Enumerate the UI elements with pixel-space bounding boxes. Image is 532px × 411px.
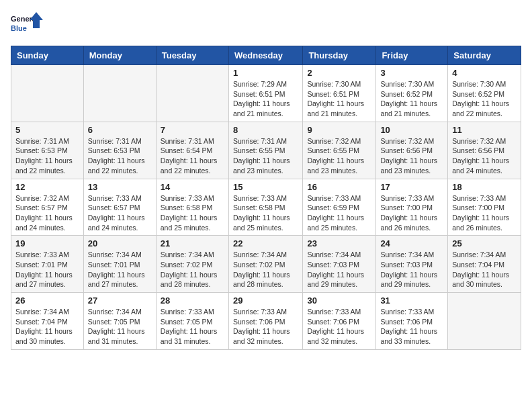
calendar-cell: 23Sunrise: 7:34 AMSunset: 7:03 PMDayligh… xyxy=(303,236,376,293)
calendar-header-row: SundayMondayTuesdayWednesdayThursdayFrid… xyxy=(11,46,521,65)
day-number: 27 xyxy=(88,295,152,306)
calendar-cell: 5Sunrise: 7:31 AMSunset: 6:53 PMDaylight… xyxy=(11,122,84,179)
day-info: Sunrise: 7:32 AMSunset: 6:56 PMDaylight:… xyxy=(452,136,517,176)
day-number: 4 xyxy=(452,68,517,78)
day-number: 25 xyxy=(452,238,517,248)
calendar-week-3: 12Sunrise: 7:32 AMSunset: 6:57 PMDayligh… xyxy=(11,179,521,236)
day-number: 7 xyxy=(161,125,224,135)
calendar-week-2: 5Sunrise: 7:31 AMSunset: 6:53 PMDaylight… xyxy=(11,122,521,179)
calendar: SundayMondayTuesdayWednesdayThursdayFrid… xyxy=(11,46,521,350)
calendar-cell: 19Sunrise: 7:33 AMSunset: 7:01 PMDayligh… xyxy=(11,236,84,293)
calendar-cell: 24Sunrise: 7:34 AMSunset: 7:03 PMDayligh… xyxy=(376,236,448,293)
day-info: Sunrise: 7:34 AMSunset: 7:04 PMDaylight:… xyxy=(15,307,79,347)
day-header-thursday: Thursday xyxy=(303,46,376,65)
day-number: 12 xyxy=(15,182,79,192)
calendar-cell: 12Sunrise: 7:32 AMSunset: 6:57 PMDayligh… xyxy=(11,179,84,236)
day-info: Sunrise: 7:33 AMSunset: 7:06 PMDaylight:… xyxy=(233,307,298,347)
day-number: 6 xyxy=(88,125,152,135)
day-number: 31 xyxy=(380,295,443,306)
calendar-cell: 6Sunrise: 7:31 AMSunset: 6:53 PMDaylight… xyxy=(83,122,156,179)
calendar-week-1: 1Sunrise: 7:29 AMSunset: 6:51 PMDaylight… xyxy=(11,65,521,122)
day-info: Sunrise: 7:34 AMSunset: 7:05 PMDaylight:… xyxy=(88,307,152,347)
day-number: 16 xyxy=(307,182,371,192)
day-number: 22 xyxy=(233,238,298,248)
day-header-wednesday: Wednesday xyxy=(228,46,302,65)
day-info: Sunrise: 7:31 AMSunset: 6:54 PMDaylight:… xyxy=(161,136,224,176)
calendar-cell: 7Sunrise: 7:31 AMSunset: 6:54 PMDaylight… xyxy=(156,122,228,179)
day-info: Sunrise: 7:31 AMSunset: 6:53 PMDaylight:… xyxy=(15,136,79,176)
day-number: 10 xyxy=(380,125,443,135)
day-info: Sunrise: 7:34 AMSunset: 7:02 PMDaylight:… xyxy=(161,250,224,289)
calendar-cell: 4Sunrise: 7:30 AMSunset: 6:52 PMDaylight… xyxy=(448,65,521,122)
day-info: Sunrise: 7:30 AMSunset: 6:51 PMDaylight:… xyxy=(307,79,371,119)
day-number: 11 xyxy=(452,125,517,135)
day-info: Sunrise: 7:33 AMSunset: 7:05 PMDaylight:… xyxy=(161,307,224,347)
page-header: General Blue xyxy=(11,11,521,38)
day-number: 13 xyxy=(88,182,152,192)
day-number: 9 xyxy=(307,125,371,135)
day-number: 21 xyxy=(161,238,224,248)
day-number: 2 xyxy=(307,68,371,78)
day-header-monday: Monday xyxy=(83,46,156,65)
day-number: 14 xyxy=(161,182,224,192)
calendar-cell xyxy=(83,65,156,122)
day-number: 20 xyxy=(88,238,152,248)
day-number: 8 xyxy=(233,125,298,135)
calendar-cell: 26Sunrise: 7:34 AMSunset: 7:04 PMDayligh… xyxy=(11,293,84,350)
calendar-cell: 17Sunrise: 7:33 AMSunset: 7:00 PMDayligh… xyxy=(376,179,448,236)
day-number: 24 xyxy=(380,238,443,248)
calendar-cell: 2Sunrise: 7:30 AMSunset: 6:51 PMDaylight… xyxy=(303,65,376,122)
calendar-cell: 14Sunrise: 7:33 AMSunset: 6:58 PMDayligh… xyxy=(156,179,228,236)
calendar-cell: 31Sunrise: 7:33 AMSunset: 7:06 PMDayligh… xyxy=(376,293,448,350)
day-info: Sunrise: 7:33 AMSunset: 6:57 PMDaylight:… xyxy=(88,193,152,233)
day-info: Sunrise: 7:32 AMSunset: 6:56 PMDaylight:… xyxy=(380,136,443,176)
calendar-cell: 21Sunrise: 7:34 AMSunset: 7:02 PMDayligh… xyxy=(156,236,228,293)
day-info: Sunrise: 7:32 AMSunset: 6:57 PMDaylight:… xyxy=(15,193,79,233)
calendar-cell: 13Sunrise: 7:33 AMSunset: 6:57 PMDayligh… xyxy=(83,179,156,236)
calendar-cell: 25Sunrise: 7:34 AMSunset: 7:04 PMDayligh… xyxy=(448,236,521,293)
day-info: Sunrise: 7:33 AMSunset: 6:58 PMDaylight:… xyxy=(233,193,298,233)
calendar-cell: 18Sunrise: 7:33 AMSunset: 7:00 PMDayligh… xyxy=(448,179,521,236)
day-info: Sunrise: 7:34 AMSunset: 7:03 PMDaylight:… xyxy=(380,250,443,289)
calendar-week-4: 19Sunrise: 7:33 AMSunset: 7:01 PMDayligh… xyxy=(11,236,521,293)
calendar-cell: 20Sunrise: 7:34 AMSunset: 7:01 PMDayligh… xyxy=(83,236,156,293)
day-info: Sunrise: 7:33 AMSunset: 6:58 PMDaylight:… xyxy=(161,193,224,233)
day-info: Sunrise: 7:34 AMSunset: 7:02 PMDaylight:… xyxy=(233,250,298,289)
calendar-cell: 3Sunrise: 7:30 AMSunset: 6:52 PMDaylight… xyxy=(376,65,448,122)
calendar-cell: 16Sunrise: 7:33 AMSunset: 6:59 PMDayligh… xyxy=(303,179,376,236)
day-header-saturday: Saturday xyxy=(448,46,521,65)
day-info: Sunrise: 7:33 AMSunset: 7:00 PMDaylight:… xyxy=(380,193,443,233)
day-info: Sunrise: 7:34 AMSunset: 7:03 PMDaylight:… xyxy=(307,250,371,289)
day-number: 19 xyxy=(15,238,79,248)
calendar-cell: 22Sunrise: 7:34 AMSunset: 7:02 PMDayligh… xyxy=(228,236,302,293)
day-info: Sunrise: 7:30 AMSunset: 6:52 PMDaylight:… xyxy=(452,79,517,119)
calendar-cell: 27Sunrise: 7:34 AMSunset: 7:05 PMDayligh… xyxy=(83,293,156,350)
svg-text:Blue: Blue xyxy=(11,24,27,32)
calendar-cell xyxy=(156,65,228,122)
day-info: Sunrise: 7:34 AMSunset: 7:04 PMDaylight:… xyxy=(452,250,517,289)
calendar-cell: 8Sunrise: 7:31 AMSunset: 6:55 PMDaylight… xyxy=(228,122,302,179)
calendar-cell: 29Sunrise: 7:33 AMSunset: 7:06 PMDayligh… xyxy=(228,293,302,350)
day-info: Sunrise: 7:31 AMSunset: 6:53 PMDaylight:… xyxy=(88,136,152,176)
day-info: Sunrise: 7:33 AMSunset: 7:01 PMDaylight:… xyxy=(15,250,79,289)
day-number: 3 xyxy=(380,68,443,78)
calendar-cell: 30Sunrise: 7:33 AMSunset: 7:06 PMDayligh… xyxy=(303,293,376,350)
day-number: 26 xyxy=(15,295,79,306)
day-info: Sunrise: 7:33 AMSunset: 7:06 PMDaylight:… xyxy=(307,307,371,347)
day-number: 23 xyxy=(307,238,371,248)
logo-svg: General Blue xyxy=(11,11,44,38)
day-info: Sunrise: 7:31 AMSunset: 6:55 PMDaylight:… xyxy=(233,136,298,176)
day-header-tuesday: Tuesday xyxy=(156,46,228,65)
day-number: 5 xyxy=(15,125,79,135)
day-info: Sunrise: 7:33 AMSunset: 6:59 PMDaylight:… xyxy=(307,193,371,233)
calendar-cell: 11Sunrise: 7:32 AMSunset: 6:56 PMDayligh… xyxy=(448,122,521,179)
day-header-sunday: Sunday xyxy=(11,46,84,65)
day-number: 17 xyxy=(380,182,443,192)
calendar-cell: 10Sunrise: 7:32 AMSunset: 6:56 PMDayligh… xyxy=(376,122,448,179)
day-info: Sunrise: 7:34 AMSunset: 7:01 PMDaylight:… xyxy=(88,250,152,289)
day-info: Sunrise: 7:30 AMSunset: 6:52 PMDaylight:… xyxy=(380,79,443,119)
calendar-cell: 15Sunrise: 7:33 AMSunset: 6:58 PMDayligh… xyxy=(228,179,302,236)
day-info: Sunrise: 7:33 AMSunset: 7:06 PMDaylight:… xyxy=(380,307,443,347)
calendar-cell: 9Sunrise: 7:32 AMSunset: 6:55 PMDaylight… xyxy=(303,122,376,179)
calendar-cell xyxy=(11,65,84,122)
